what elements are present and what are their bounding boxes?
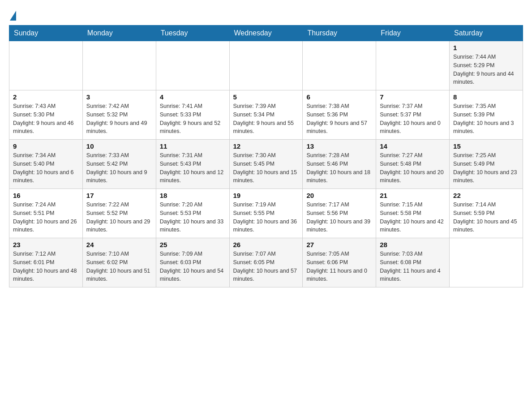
day-header-monday: Monday (82, 26, 156, 41)
day-number: 26 (233, 241, 299, 248)
day-info: Sunrise: 7:05 AM Sunset: 6:06 PM Dayligh… (306, 250, 372, 283)
calendar-cell: 4Sunrise: 7:41 AM Sunset: 5:33 PM Daylig… (156, 90, 229, 140)
day-number: 15 (453, 142, 519, 150)
calendar-cell: 16Sunrise: 7:24 AM Sunset: 5:51 PM Dayli… (9, 189, 83, 238)
day-info: Sunrise: 7:33 AM Sunset: 5:42 PM Dayligh… (86, 151, 152, 185)
day-number: 25 (160, 241, 226, 248)
day-info: Sunrise: 7:34 AM Sunset: 5:40 PM Dayligh… (13, 151, 79, 185)
calendar-cell (9, 41, 83, 90)
week-row-3: 9Sunrise: 7:34 AM Sunset: 5:40 PM Daylig… (9, 140, 523, 189)
day-info: Sunrise: 7:31 AM Sunset: 5:43 PM Dayligh… (160, 151, 226, 185)
day-number: 13 (306, 142, 372, 150)
day-header-sunday: Sunday (9, 26, 83, 41)
day-info: Sunrise: 7:28 AM Sunset: 5:46 PM Dayligh… (306, 151, 372, 185)
week-row-1: 1Sunrise: 7:44 AM Sunset: 5:29 PM Daylig… (9, 41, 523, 90)
day-number: 2 (13, 93, 79, 101)
day-number: 27 (306, 241, 372, 248)
day-number: 12 (233, 142, 299, 150)
calendar-cell: 10Sunrise: 7:33 AM Sunset: 5:42 PM Dayli… (82, 140, 156, 189)
calendar-cell: 2Sunrise: 7:43 AM Sunset: 5:30 PM Daylig… (9, 90, 83, 140)
calendar-cell: 22Sunrise: 7:14 AM Sunset: 5:59 PM Dayli… (450, 189, 523, 238)
calendar-cell (156, 41, 229, 90)
day-number: 21 (380, 192, 446, 199)
day-info: Sunrise: 7:35 AM Sunset: 5:39 PM Dayligh… (453, 102, 519, 136)
day-number: 28 (380, 241, 446, 248)
day-info: Sunrise: 7:10 AM Sunset: 6:02 PM Dayligh… (86, 250, 152, 283)
page-header (9, 9, 523, 21)
day-number: 6 (306, 93, 372, 101)
day-info: Sunrise: 7:39 AM Sunset: 5:34 PM Dayligh… (233, 102, 299, 136)
calendar-cell: 5Sunrise: 7:39 AM Sunset: 5:34 PM Daylig… (229, 90, 303, 140)
calendar-cell: 8Sunrise: 7:35 AM Sunset: 5:39 PM Daylig… (450, 90, 523, 140)
day-info: Sunrise: 7:22 AM Sunset: 5:52 PM Dayligh… (86, 201, 152, 234)
calendar-header-row: SundayMondayTuesdayWednesdayThursdayFrid… (9, 26, 523, 41)
day-info: Sunrise: 7:38 AM Sunset: 5:36 PM Dayligh… (306, 102, 372, 136)
day-number: 11 (160, 142, 226, 150)
day-header-wednesday: Wednesday (229, 26, 303, 41)
day-number: 20 (306, 192, 372, 199)
day-info: Sunrise: 7:24 AM Sunset: 5:51 PM Dayligh… (13, 201, 79, 234)
day-info: Sunrise: 7:07 AM Sunset: 6:05 PM Dayligh… (233, 250, 299, 283)
calendar-cell: 12Sunrise: 7:30 AM Sunset: 5:45 PM Dayli… (229, 140, 303, 189)
calendar-cell: 20Sunrise: 7:17 AM Sunset: 5:56 PM Dayli… (303, 189, 376, 238)
day-number: 19 (233, 192, 299, 199)
logo (9, 9, 16, 21)
calendar-cell: 23Sunrise: 7:12 AM Sunset: 6:01 PM Dayli… (9, 238, 83, 287)
calendar-cell (376, 41, 450, 90)
day-header-thursday: Thursday (303, 26, 376, 41)
day-number: 8 (453, 93, 519, 101)
day-header-tuesday: Tuesday (156, 26, 229, 41)
day-number: 23 (13, 241, 79, 248)
day-info: Sunrise: 7:44 AM Sunset: 5:29 PM Dayligh… (453, 53, 519, 86)
calendar-cell: 25Sunrise: 7:09 AM Sunset: 6:03 PM Dayli… (156, 238, 229, 287)
calendar-cell: 18Sunrise: 7:20 AM Sunset: 5:53 PM Dayli… (156, 189, 229, 238)
calendar-cell: 1Sunrise: 7:44 AM Sunset: 5:29 PM Daylig… (450, 41, 523, 90)
calendar-cell: 28Sunrise: 7:03 AM Sunset: 6:08 PM Dayli… (376, 238, 450, 287)
day-number: 17 (86, 192, 152, 199)
day-info: Sunrise: 7:12 AM Sunset: 6:01 PM Dayligh… (13, 250, 79, 283)
day-info: Sunrise: 7:14 AM Sunset: 5:59 PM Dayligh… (453, 201, 519, 234)
day-info: Sunrise: 7:37 AM Sunset: 5:37 PM Dayligh… (380, 102, 446, 136)
calendar-cell: 15Sunrise: 7:25 AM Sunset: 5:49 PM Dayli… (450, 140, 523, 189)
day-info: Sunrise: 7:41 AM Sunset: 5:33 PM Dayligh… (160, 102, 226, 136)
calendar-cell: 14Sunrise: 7:27 AM Sunset: 5:48 PM Dayli… (376, 140, 450, 189)
calendar-cell: 13Sunrise: 7:28 AM Sunset: 5:46 PM Dayli… (303, 140, 376, 189)
day-header-friday: Friday (376, 26, 450, 41)
calendar-cell: 11Sunrise: 7:31 AM Sunset: 5:43 PM Dayli… (156, 140, 229, 189)
day-info: Sunrise: 7:43 AM Sunset: 5:30 PM Dayligh… (13, 102, 79, 136)
calendar-cell: 9Sunrise: 7:34 AM Sunset: 5:40 PM Daylig… (9, 140, 83, 189)
logo-triangle-icon (10, 11, 16, 21)
calendar-cell: 24Sunrise: 7:10 AM Sunset: 6:02 PM Dayli… (82, 238, 156, 287)
calendar-cell: 3Sunrise: 7:42 AM Sunset: 5:32 PM Daylig… (82, 90, 156, 140)
calendar-cell: 21Sunrise: 7:15 AM Sunset: 5:58 PM Dayli… (376, 189, 450, 238)
calendar-cell (82, 41, 156, 90)
day-info: Sunrise: 7:19 AM Sunset: 5:55 PM Dayligh… (233, 201, 299, 234)
calendar-cell (229, 41, 303, 90)
day-header-saturday: Saturday (450, 26, 523, 41)
day-info: Sunrise: 7:15 AM Sunset: 5:58 PM Dayligh… (380, 201, 446, 234)
day-number: 9 (13, 142, 79, 150)
day-number: 1 (453, 44, 519, 51)
day-number: 24 (86, 241, 152, 248)
day-number: 14 (380, 142, 446, 150)
day-number: 3 (86, 93, 152, 101)
day-info: Sunrise: 7:30 AM Sunset: 5:45 PM Dayligh… (233, 151, 299, 185)
day-info: Sunrise: 7:27 AM Sunset: 5:48 PM Dayligh… (380, 151, 446, 185)
day-info: Sunrise: 7:17 AM Sunset: 5:56 PM Dayligh… (306, 201, 372, 234)
calendar-table: SundayMondayTuesdayWednesdayThursdayFrid… (9, 25, 523, 287)
calendar-cell: 27Sunrise: 7:05 AM Sunset: 6:06 PM Dayli… (303, 238, 376, 287)
week-row-4: 16Sunrise: 7:24 AM Sunset: 5:51 PM Dayli… (9, 189, 523, 238)
calendar-cell (450, 238, 523, 287)
day-number: 4 (160, 93, 226, 101)
calendar-cell: 26Sunrise: 7:07 AM Sunset: 6:05 PM Dayli… (229, 238, 303, 287)
day-info: Sunrise: 7:09 AM Sunset: 6:03 PM Dayligh… (160, 250, 226, 283)
calendar-cell: 19Sunrise: 7:19 AM Sunset: 5:55 PM Dayli… (229, 189, 303, 238)
day-number: 5 (233, 93, 299, 101)
calendar-cell (303, 41, 376, 90)
day-info: Sunrise: 7:42 AM Sunset: 5:32 PM Dayligh… (86, 102, 152, 136)
calendar-cell: 6Sunrise: 7:38 AM Sunset: 5:36 PM Daylig… (303, 90, 376, 140)
day-number: 10 (86, 142, 152, 150)
day-number: 22 (453, 192, 519, 199)
calendar-cell: 7Sunrise: 7:37 AM Sunset: 5:37 PM Daylig… (376, 90, 450, 140)
day-info: Sunrise: 7:25 AM Sunset: 5:49 PM Dayligh… (453, 151, 519, 185)
